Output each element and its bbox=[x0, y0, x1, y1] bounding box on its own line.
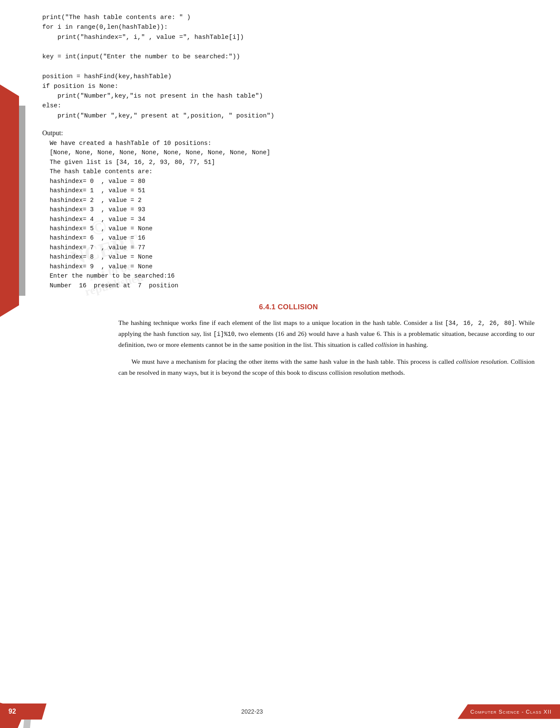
footer-subject: Computer Science - Class XII bbox=[458, 704, 560, 719]
output-code: We have created a hashTable of 10 positi… bbox=[42, 139, 535, 291]
paragraph-2: We must have a mechanism for placing the… bbox=[118, 356, 535, 378]
left-dark-bar bbox=[19, 106, 25, 296]
left-red-bar bbox=[0, 85, 19, 317]
page: © NCERT not to be republished print("The… bbox=[0, 0, 560, 728]
section-heading: 6.4.1 COLLISION bbox=[42, 303, 535, 311]
footer: 92 2022-23 Computer Science - Class XII bbox=[0, 703, 560, 720]
output-label: Output: bbox=[42, 129, 535, 137]
code-block-top: print("The hash table contents are: " ) … bbox=[42, 13, 535, 121]
page-number: 92 bbox=[0, 703, 46, 720]
output-section: Output: We have created a hashTable of 1… bbox=[42, 129, 535, 291]
paragraph-1: The hashing technique works fine if each… bbox=[118, 317, 535, 350]
footer-year: 2022-23 bbox=[46, 708, 458, 715]
content-area: print("The hash table contents are: " ) … bbox=[42, 13, 535, 384]
left-decoration bbox=[0, 0, 25, 728]
